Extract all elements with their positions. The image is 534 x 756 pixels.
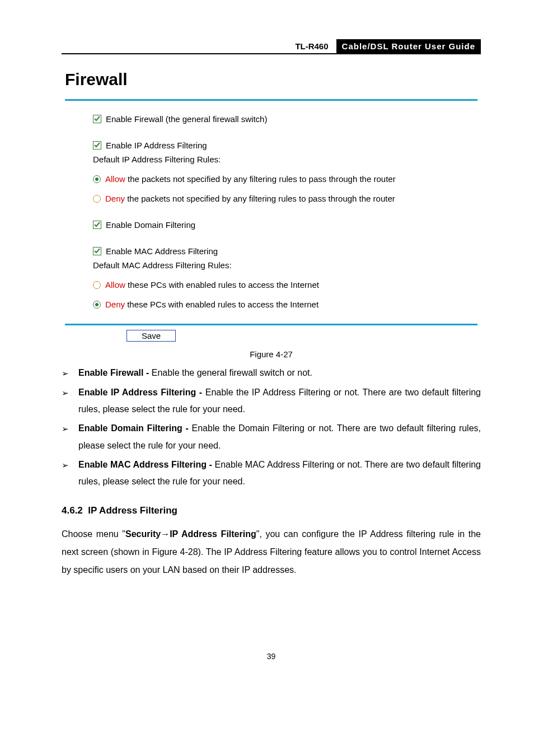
enable-firewall-row: Enable Firewall (the general firewall sw… [93, 114, 471, 124]
mac-deny-row: Deny these PCs with enabled rules to acc… [93, 300, 471, 309]
model-label: TL-R460 [289, 39, 336, 53]
bullet-3: Enable Domain Filtering - Enable the Dom… [78, 420, 481, 454]
enable-mac-row: Enable MAC Address Filtering [93, 246, 471, 256]
enable-domain-row: Enable Domain Filtering [93, 220, 471, 230]
radio-mac-allow[interactable] [93, 281, 101, 289]
mac-allow-text: Allow these PCs with enabled rules to ac… [105, 280, 319, 290]
guide-label: Cable/DSL Router User Guide [336, 39, 481, 53]
enable-mac-label: Enable MAC Address Filtering [106, 246, 218, 256]
bullet-arrow-icon: ➢ [62, 384, 78, 418]
enable-domain-label: Enable Domain Filtering [106, 220, 195, 230]
enable-ip-row: Enable IP Address Filtering [93, 141, 471, 150]
radio-mac-deny[interactable] [93, 301, 101, 309]
radio-ip-deny[interactable] [93, 195, 101, 203]
bullet-2: Enable IP Address Filtering - Enable the… [78, 384, 481, 418]
mac-allow-row: Allow these PCs with enabled rules to ac… [93, 280, 471, 290]
bullet-1: Enable Firewall - Enable the general fir… [78, 365, 481, 382]
bullet-arrow-icon: ➢ [62, 420, 78, 454]
panel-title: Firewall [65, 70, 477, 89]
ip-rules-heading: Default IP Address Filtering Rules: [93, 155, 471, 164]
panel-body: Enable Firewall (the general firewall sw… [65, 99, 477, 325]
checkbox-enable-firewall[interactable] [93, 115, 101, 123]
ip-allow-row: Allow the packets not specified by any f… [93, 174, 471, 184]
enable-ip-label: Enable IP Address Filtering [106, 141, 207, 150]
section-heading: 4.6.2 IP Address Filtering [62, 505, 481, 516]
save-button[interactable]: Save [127, 330, 176, 342]
bullet-list: ➢ Enable Firewall - Enable the general f… [62, 365, 481, 491]
radio-ip-allow[interactable] [93, 175, 101, 183]
arrow-icon: → [161, 529, 170, 539]
mac-rules-heading: Default MAC Address Filtering Rules: [93, 260, 471, 270]
checkbox-enable-mac[interactable] [93, 247, 101, 255]
mac-deny-text: Deny these PCs with enabled rules to acc… [105, 300, 318, 309]
section-paragraph: Choose menu "Security→IP Address Filteri… [62, 525, 481, 579]
ip-deny-text: Deny the packets not specified by any fi… [105, 194, 395, 203]
page-header: TL-R460 Cable/DSL Router User Guide [62, 39, 481, 54]
checkbox-enable-domain[interactable] [93, 221, 101, 229]
ip-allow-text: Allow the packets not specified by any f… [105, 174, 396, 184]
firewall-panel: Firewall Enable Firewall (the general fi… [62, 70, 481, 342]
bullet-4: Enable MAC Address Filtering - Enable MA… [78, 456, 481, 491]
ip-deny-row: Deny the packets not specified by any fi… [93, 194, 471, 203]
bullet-arrow-icon: ➢ [62, 456, 78, 491]
bullet-arrow-icon: ➢ [62, 365, 78, 382]
page-number: 39 [62, 652, 481, 661]
figure-caption: Figure 4-27 [62, 349, 481, 359]
enable-firewall-label: Enable Firewall (the general firewall sw… [106, 114, 267, 124]
checkbox-enable-ip[interactable] [93, 141, 101, 150]
